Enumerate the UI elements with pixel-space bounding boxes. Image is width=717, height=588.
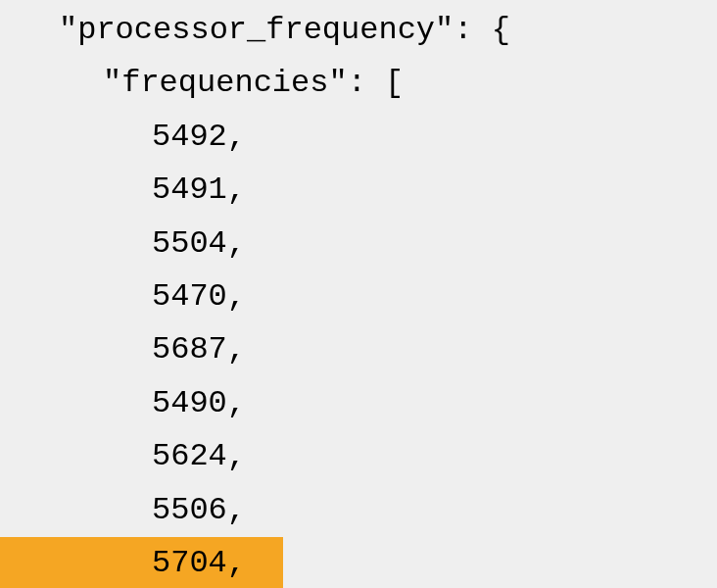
json-value: 5506, bbox=[0, 484, 717, 537]
json-value: 5492, bbox=[0, 111, 717, 164]
json-value: 5624, bbox=[0, 430, 717, 483]
json-value: 5687, bbox=[0, 323, 717, 376]
json-value: 5490, bbox=[0, 377, 717, 430]
json-array-key: "frequencies": [ bbox=[0, 57, 717, 110]
json-value: 5491, bbox=[0, 164, 717, 217]
json-value: 5504, bbox=[0, 218, 717, 270]
json-object-key: "processor_frequency": { bbox=[0, 4, 717, 57]
json-value-row-highlighted: 5704, bbox=[0, 537, 717, 588]
json-value: 5470, bbox=[0, 270, 717, 323]
json-value-highlighted: 5704, bbox=[88, 545, 246, 581]
